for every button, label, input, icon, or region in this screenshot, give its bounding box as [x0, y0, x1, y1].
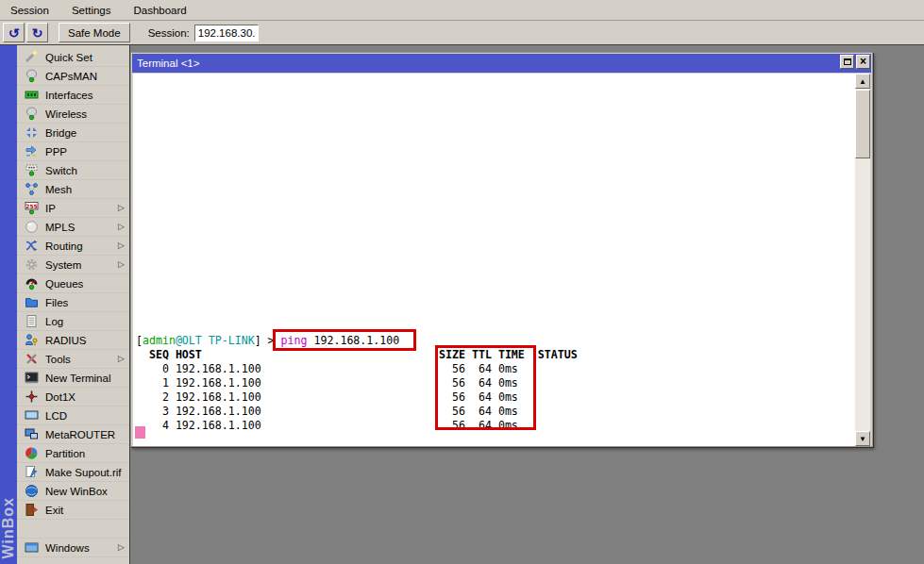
quickset-icon: [25, 50, 39, 64]
sidebar-item-label: Files: [45, 297, 125, 308]
menu-dashboard[interactable]: Dashboard: [130, 3, 189, 18]
sidebar-item-label: Windows: [45, 542, 118, 554]
submenu-arrow-icon: ▷: [118, 543, 125, 552]
sidebar-item-routing[interactable]: Routing▷: [17, 237, 129, 256]
undo-button[interactable]: ↺: [3, 23, 25, 42]
sidebar-item-windows[interactable]: Windows▷: [17, 539, 129, 557]
maximize-button[interactable]: [840, 55, 854, 69]
sidebar-item-label: Switch: [45, 165, 125, 176]
sidebar-item-ip[interactable]: 255IP▷: [17, 199, 129, 218]
sidebar-item-lcd[interactable]: LCD: [17, 406, 129, 425]
terminal-title: Terminal <1>: [137, 58, 199, 69]
sidebar-item-partition[interactable]: Partition: [17, 444, 129, 463]
sidebar-spacer: [17, 520, 129, 539]
switch-icon: [25, 163, 39, 177]
maximize-icon: [844, 58, 851, 65]
sidebar-item-mesh[interactable]: Mesh: [17, 180, 129, 199]
undo-icon: ↺: [8, 26, 20, 40]
desktop: Terminal <1> × [admin@OLT TP-LINK] > pin…: [130, 45, 924, 564]
sidebar-item-label: Partition: [45, 448, 125, 459]
sidebar: Quick SetCAPsMANInterfacesWirelessBridge…: [17, 45, 130, 564]
sidebar-item-label: CAPsMAN: [45, 71, 125, 82]
sidebar-item-label: LCD: [45, 410, 125, 422]
sidebar-item-radius[interactable]: RADIUS: [17, 331, 129, 350]
arrow-down-icon: ▼: [859, 435, 866, 443]
sidebar-item-files[interactable]: Files: [17, 293, 129, 312]
mpls-icon: [25, 220, 39, 234]
sidebar-item-bridge[interactable]: Bridge: [17, 124, 129, 142]
sidebar-item-label: Dot1X: [45, 391, 125, 403]
sidebar-item-label: Routing: [45, 241, 118, 252]
session-label: Session:: [148, 27, 190, 39]
sidebar-item-label: Interfaces: [45, 90, 125, 101]
session-input[interactable]: [194, 25, 259, 41]
lcd-icon: [25, 408, 39, 423]
sidebar-item-mpls[interactable]: MPLS▷: [17, 218, 129, 237]
scroll-up-button[interactable]: ▲: [855, 74, 870, 89]
system-icon: [25, 257, 39, 272]
sidebar-item-new-winbox[interactable]: New WinBox: [17, 482, 129, 501]
sidebar-item-ppp[interactable]: PPP: [17, 142, 129, 161]
supout-icon: [25, 465, 39, 479]
sidebar-item-interfaces[interactable]: Interfaces: [17, 86, 129, 105]
close-icon: ×: [860, 56, 866, 67]
close-button[interactable]: ×: [856, 55, 870, 69]
redo-icon: ↻: [32, 26, 43, 40]
terminal-output[interactable]: [admin@OLT TP-LINK] > ping 192.168.1.100…: [133, 74, 856, 446]
submenu-arrow-icon: ▷: [118, 241, 125, 250]
interfaces-icon: [25, 88, 39, 102]
sidebar-item-label: RADIUS: [45, 335, 125, 346]
sidebar-item-new-terminal[interactable]: New Terminal: [17, 369, 129, 388]
terminal-window: Terminal <1> × [admin@OLT TP-LINK] > pin…: [130, 52, 873, 447]
sidebar-item-switch[interactable]: Switch: [17, 161, 129, 180]
metarouter-icon: [25, 427, 39, 441]
sidebar-item-tools[interactable]: Tools▷: [17, 350, 129, 369]
sidebar-item-queues[interactable]: Queues: [17, 274, 129, 293]
sidebar-item-metarouter[interactable]: MetaROUTER: [17, 425, 129, 444]
menu-session[interactable]: Session: [8, 3, 52, 18]
sidebar-item-log[interactable]: Log: [17, 312, 129, 331]
sidebar-item-label: New WinBox: [45, 486, 125, 497]
sidebar-item-label: Tools: [45, 354, 118, 365]
mesh-icon: [25, 182, 39, 196]
sidebar-item-label: Make Supout.rif: [45, 467, 125, 478]
submenu-arrow-icon: ▷: [118, 355, 125, 363]
redo-button[interactable]: ↻: [26, 23, 48, 42]
tools-icon: [25, 352, 39, 366]
sidebar-item-label: Quick Set: [45, 52, 125, 63]
terminal-cursor: [135, 426, 145, 439]
sidebar-item-label: Bridge: [45, 127, 125, 139]
submenu-arrow-icon: ▷: [118, 223, 125, 231]
routing-icon: [25, 239, 39, 253]
winbox-brand-text: WinBox: [0, 497, 17, 562]
sidebar-item-make-supout-rif[interactable]: Make Supout.rif: [17, 463, 129, 482]
safe-mode-button[interactable]: Safe Mode: [59, 23, 130, 42]
terminal-scrollbar[interactable]: ▲ ▼: [855, 74, 870, 446]
sidebar-item-system[interactable]: System▷: [17, 256, 129, 274]
sidebar-item-capsman[interactable]: CAPsMAN: [17, 67, 129, 86]
sidebar-item-label: IP: [45, 203, 118, 214]
sidebar-item-dot1x[interactable]: Dot1X: [17, 388, 129, 406]
ip-icon: 255: [25, 201, 39, 215]
sidebar-item-label: System: [45, 259, 118, 271]
scrollbar-thumb[interactable]: [855, 90, 870, 158]
bridge-icon: [25, 125, 39, 140]
terminal-titlebar[interactable]: Terminal <1>: [132, 54, 871, 73]
radius-icon: [25, 333, 39, 347]
submenu-arrow-icon: ▷: [118, 260, 125, 269]
sidebar-item-wireless[interactable]: Wireless: [17, 105, 129, 124]
sidebar-item-exit[interactable]: Exit: [17, 501, 129, 520]
sidebar-item-label: MetaROUTER: [45, 429, 125, 440]
sidebar-item-quick-set[interactable]: Quick Set: [17, 48, 129, 67]
sidebar-item-label: MPLS: [45, 222, 118, 233]
files-icon: [25, 295, 39, 309]
log-icon: [25, 314, 39, 328]
svg-text:255: 255: [25, 203, 38, 209]
sidebar-item-label: Queues: [45, 278, 125, 290]
menu-settings[interactable]: Settings: [69, 3, 114, 18]
scroll-down-button[interactable]: ▼: [855, 431, 870, 446]
wireless-icon: [25, 107, 39, 121]
terminal-icon: [25, 371, 39, 385]
sidebar-item-label: New Terminal: [45, 373, 125, 384]
queues-icon: [25, 276, 39, 290]
